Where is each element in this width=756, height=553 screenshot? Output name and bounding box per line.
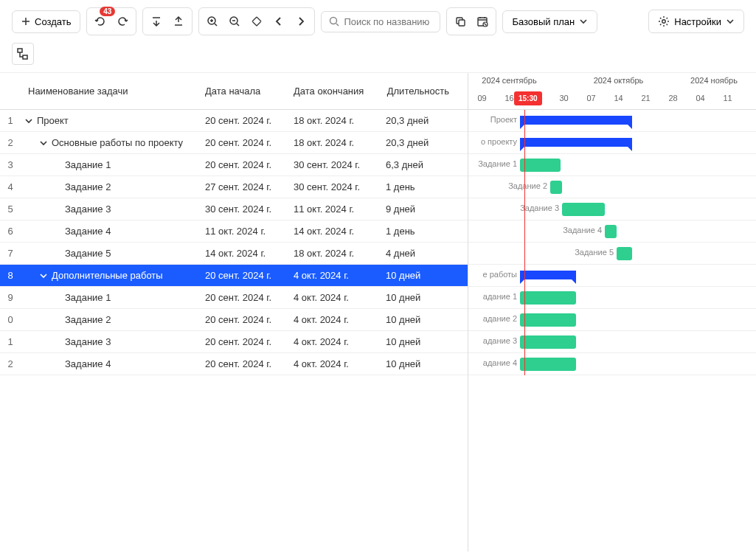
task-start[interactable]: 20 сент. 2024 г. bbox=[198, 115, 286, 126]
copy-button[interactable] bbox=[450, 11, 471, 32]
task-duration[interactable]: 9 дней bbox=[378, 204, 460, 215]
col-name-header[interactable]: Наименование задачи bbox=[21, 73, 198, 109]
create-button[interactable]: Создать bbox=[12, 10, 80, 33]
task-end[interactable]: 4 окт. 2024 г. bbox=[286, 314, 378, 325]
gantt-row[interactable]: Задание 3 bbox=[468, 198, 756, 220]
task-end[interactable]: 4 окт. 2024 г. bbox=[286, 358, 378, 369]
task-name-cell[interactable]: Задание 2 bbox=[21, 181, 198, 192]
task-end[interactable]: 18 окт. 2024 г. bbox=[286, 115, 378, 126]
task-start[interactable]: 20 сент. 2024 г. bbox=[198, 292, 286, 303]
gantt-row[interactable]: адание 3 bbox=[468, 331, 756, 353]
task-start[interactable]: 20 сент. 2024 г. bbox=[198, 336, 286, 347]
gantt-row[interactable]: е работы bbox=[468, 265, 756, 287]
caret-down-icon[interactable] bbox=[25, 117, 32, 125]
task-bar[interactable] bbox=[520, 335, 576, 349]
task-duration[interactable]: 20,3 дней bbox=[378, 115, 460, 126]
task-end[interactable]: 4 окт. 2024 г. bbox=[286, 336, 378, 347]
gantt-row[interactable]: о проекту bbox=[468, 132, 756, 154]
task-start[interactable]: 30 сент. 2024 г. bbox=[198, 204, 286, 215]
task-name-cell[interactable]: Основные работы по проекту bbox=[21, 137, 198, 148]
task-duration[interactable]: 1 день bbox=[378, 226, 460, 237]
col-end-header[interactable]: Дата окончания bbox=[286, 73, 378, 109]
task-duration[interactable]: 1 день bbox=[378, 181, 460, 192]
search-input[interactable] bbox=[344, 16, 432, 27]
structure-view-button[interactable] bbox=[12, 43, 34, 65]
gantt-row[interactable]: Задание 1 bbox=[468, 154, 756, 176]
task-duration[interactable]: 4 дней bbox=[378, 248, 460, 259]
task-start[interactable]: 20 сент. 2024 г. bbox=[198, 314, 286, 325]
task-start[interactable]: 20 сент. 2024 г. bbox=[198, 137, 286, 148]
task-name-cell[interactable]: Дополнительные работы bbox=[21, 270, 198, 281]
gantt-row[interactable]: Проект bbox=[468, 110, 756, 132]
gantt-row[interactable]: адание 4 bbox=[468, 353, 756, 375]
task-name-cell[interactable]: Задание 1 bbox=[21, 159, 198, 170]
task-end[interactable]: 4 окт. 2024 г. bbox=[286, 292, 378, 303]
task-end[interactable]: 18 окт. 2024 г. bbox=[286, 248, 378, 259]
task-bar[interactable] bbox=[562, 203, 605, 216]
task-bar[interactable] bbox=[520, 159, 561, 172]
table-row[interactable]: 1Задание 320 сент. 2024 г.4 окт. 2024 г.… bbox=[0, 331, 468, 353]
task-end[interactable]: 30 сент. 2024 г. bbox=[286, 159, 378, 170]
task-duration[interactable]: 10 дней bbox=[378, 292, 460, 303]
task-duration[interactable]: 6,3 дней bbox=[378, 159, 460, 170]
table-row[interactable]: 2Основные работы по проекту20 сент. 2024… bbox=[0, 132, 468, 154]
task-start[interactable]: 11 окт. 2024 г. bbox=[198, 226, 286, 237]
task-end[interactable]: 30 сент. 2024 г. bbox=[286, 181, 378, 192]
task-name-cell[interactable]: Задание 4 bbox=[21, 358, 198, 369]
redo-button[interactable] bbox=[112, 11, 133, 32]
gantt-row[interactable]: Задание 5 bbox=[468, 243, 756, 265]
task-end[interactable]: 4 окт. 2024 г. bbox=[286, 270, 378, 281]
table-row[interactable]: 0Задание 220 сент. 2024 г.4 окт. 2024 г.… bbox=[0, 309, 468, 331]
task-bar[interactable] bbox=[520, 358, 576, 371]
task-name-cell[interactable]: Задание 4 bbox=[21, 226, 198, 237]
gantt-row[interactable]: адание 2 bbox=[468, 309, 756, 331]
task-end[interactable]: 18 окт. 2024 г. bbox=[286, 137, 378, 148]
calendar-button[interactable] bbox=[472, 11, 493, 32]
task-start[interactable]: 20 сент. 2024 г. bbox=[198, 159, 286, 170]
task-end[interactable]: 14 окт. 2024 г. bbox=[286, 226, 378, 237]
task-name-cell[interactable]: Задание 1 bbox=[21, 292, 198, 303]
undo-button[interactable]: 43 bbox=[90, 11, 111, 32]
task-duration[interactable]: 10 дней bbox=[378, 314, 460, 325]
task-start[interactable]: 20 сент. 2024 г. bbox=[198, 358, 286, 369]
zoom-in-button[interactable] bbox=[202, 11, 223, 32]
table-row[interactable]: 8Дополнительные работы20 сент. 2024 г.4 … bbox=[0, 265, 468, 287]
caret-down-icon[interactable] bbox=[40, 272, 47, 279]
task-duration[interactable]: 10 дней bbox=[378, 336, 460, 347]
table-row[interactable]: 4Задание 227 сент. 2024 г.30 сент. 2024 … bbox=[0, 176, 468, 198]
table-row[interactable]: 1Проект20 сент. 2024 г.18 окт. 2024 г.20… bbox=[0, 110, 468, 132]
baseline-button[interactable]: Базовый план bbox=[502, 10, 597, 33]
task-duration[interactable]: 10 дней bbox=[378, 358, 460, 369]
gantt-body[interactable]: Проекто проектуЗадание 1Задание 2Задание… bbox=[468, 110, 756, 375]
task-start[interactable]: 27 сент. 2024 г. bbox=[198, 181, 286, 192]
task-bar[interactable] bbox=[520, 291, 576, 305]
col-dur-header[interactable]: Длительность bbox=[378, 73, 460, 109]
task-bar[interactable] bbox=[520, 313, 576, 327]
task-bar[interactable] bbox=[605, 225, 617, 238]
outdent-button[interactable] bbox=[146, 11, 167, 32]
table-row[interactable]: 5Задание 330 сент. 2024 г.11 окт. 2024 г… bbox=[0, 198, 468, 220]
fit-button[interactable] bbox=[246, 11, 267, 32]
summary-bar[interactable] bbox=[520, 116, 632, 125]
task-start[interactable]: 14 окт. 2024 г. bbox=[198, 248, 286, 259]
gantt-row[interactable]: Задание 4 bbox=[468, 220, 756, 243]
search-wrap[interactable] bbox=[321, 11, 440, 32]
task-duration[interactable]: 10 дней bbox=[378, 270, 460, 281]
next-button[interactable] bbox=[291, 11, 311, 32]
table-row[interactable]: 2Задание 420 сент. 2024 г.4 окт. 2024 г.… bbox=[0, 353, 468, 375]
task-bar[interactable] bbox=[617, 247, 632, 260]
table-row[interactable]: 3Задание 120 сент. 2024 г.30 сент. 2024 … bbox=[0, 154, 468, 176]
summary-bar[interactable] bbox=[520, 271, 576, 279]
prev-button[interactable] bbox=[268, 11, 289, 32]
indent-button[interactable] bbox=[168, 11, 189, 32]
settings-button[interactable]: Настройки bbox=[648, 10, 744, 33]
task-name-cell[interactable]: Проект bbox=[21, 115, 198, 126]
table-row[interactable]: 6Задание 411 окт. 2024 г.14 окт. 2024 г.… bbox=[0, 220, 468, 243]
task-start[interactable]: 20 сент. 2024 г. bbox=[198, 270, 286, 281]
task-bar[interactable] bbox=[550, 181, 562, 194]
table-row[interactable]: 9Задание 120 сент. 2024 г.4 окт. 2024 г.… bbox=[0, 287, 468, 309]
task-name-cell[interactable]: Задание 3 bbox=[21, 336, 198, 347]
caret-down-icon[interactable] bbox=[40, 139, 47, 147]
task-name-cell[interactable]: Задание 3 bbox=[21, 204, 198, 215]
gantt-row[interactable]: адание 1 bbox=[468, 287, 756, 309]
